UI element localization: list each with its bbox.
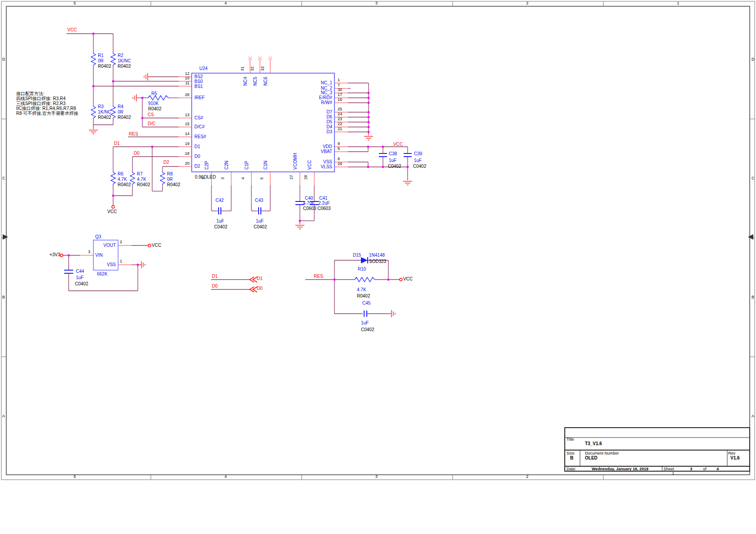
q3-pin-vin: VIN — [95, 253, 103, 258]
row-label: A — [2, 414, 5, 418]
r10-footprint: R0402 — [357, 294, 370, 298]
r6-value: 4.7K — [118, 177, 127, 182]
pin-name: E/RD# — [310, 96, 332, 100]
center-arrow-right — [748, 234, 753, 240]
q3-value: 662K — [97, 272, 107, 276]
titleblock-date: Wednesday, January 16, 2019 — [592, 467, 648, 471]
row-label: A — [752, 414, 754, 418]
titleblock-sheet-label: Sheet — [664, 467, 674, 471]
pin-number: 2 — [201, 177, 206, 179]
q3-pin-vss: VSS — [100, 263, 116, 267]
titleblock-size-label: Size — [567, 451, 575, 455]
titleblock-sheet-total: 4 — [716, 467, 719, 471]
pin-name: NC5 — [253, 77, 258, 86]
r2-value: 1K/NC — [118, 59, 131, 63]
row-label: D — [2, 57, 5, 61]
net-label-res: RES — [129, 132, 138, 136]
pin-number: 22 — [338, 122, 342, 126]
offpage-port-icon[interactable] — [250, 277, 257, 292]
c45-ref: C45 — [362, 301, 370, 306]
c40-footprint: C0603 — [303, 206, 316, 211]
net-label-res: RES — [314, 274, 323, 279]
pin-name: VSS — [310, 160, 332, 164]
net-label-dc: D/C — [148, 122, 155, 126]
pin-number: 8 — [338, 157, 340, 161]
pin-number: 9 — [338, 142, 340, 146]
r6-footprint: R0402 — [118, 183, 131, 187]
pin-name: D6 — [310, 115, 332, 119]
net-label-d0: D0 — [212, 284, 218, 289]
pin-number: 5 — [260, 177, 264, 179]
r1-value: 0R — [98, 59, 104, 63]
pin-number: 1 — [338, 78, 340, 82]
power-label-vcc: VCC — [403, 277, 413, 281]
wires — [63, 34, 408, 314]
pin-number: 21 — [338, 127, 342, 131]
pin-number: 32 — [251, 66, 255, 71]
titleblock-of-label: of — [703, 467, 707, 471]
pin-number: 33 — [261, 66, 265, 71]
drawing-border — [1, 1, 755, 480]
net-label-d1: D1 — [212, 274, 218, 279]
ic-u24-ref: U24 — [199, 66, 207, 71]
note-line: R8 可不焊接,官方手册要求焊接 — [16, 111, 78, 116]
titleblock-doc-label: Document Number — [585, 451, 619, 455]
pin-number: 15 — [182, 122, 189, 126]
net-label-vcc: VCC — [393, 142, 403, 147]
pin-name: VCOMH — [293, 153, 298, 170]
r1-ref: R1 — [98, 53, 104, 58]
c42-value: 1uF — [216, 219, 224, 223]
pin-number: 12 — [182, 72, 189, 76]
d15-footprint: SOD323 — [369, 259, 386, 264]
r8-footprint: R0402 — [167, 183, 180, 187]
q3-ref: Q3 — [95, 235, 101, 239]
capacitor-symbols[interactable] — [64, 153, 412, 317]
pin-name: D7 — [310, 110, 332, 114]
r1-footprint: R0402 — [98, 64, 111, 69]
pin-number: 14 — [182, 132, 189, 136]
pin-name: NC6 — [264, 77, 268, 86]
c43-value: 1uF — [256, 219, 264, 223]
zone-label: 2 — [526, 1, 528, 5]
titleblock-zone: 1 — [672, 472, 674, 476]
zone-label: 5 — [74, 1, 76, 5]
pin-number: 16 — [338, 98, 342, 102]
titleblock-size: B — [570, 456, 573, 460]
pin-number: 23 — [338, 117, 342, 121]
c39-ref: C39 — [414, 152, 422, 156]
zone-label: 3 — [375, 475, 378, 479]
zone-label: 5 — [74, 475, 76, 479]
pin-name: NC_3 — [310, 91, 332, 95]
pin-name: NC_1 — [310, 81, 332, 85]
pin-number: 27 — [290, 175, 294, 179]
pin-name: BS0 — [194, 79, 203, 84]
pin-number: 2 — [120, 240, 122, 244]
c43-ref: C43 — [255, 198, 263, 203]
pin-number: 25 — [338, 107, 342, 111]
power-label-vcc: VCC — [107, 210, 117, 214]
pin-name: RES# — [194, 135, 206, 139]
no-connect-icon — [248, 57, 272, 60]
junction-dots — [68, 33, 409, 281]
pin-number: 17 — [338, 93, 342, 97]
r2-ref: R2 — [118, 53, 123, 58]
r10-value: 4.7K — [357, 288, 366, 292]
pin-number: 31 — [241, 66, 245, 71]
r5-footprint: R0402 — [148, 107, 161, 111]
pin-name: NC4 — [243, 77, 248, 86]
row-label: C — [2, 176, 5, 180]
c41-value: 2.2uF — [318, 201, 330, 206]
c39-value: 1uF — [414, 158, 422, 163]
zone-label: 4 — [224, 475, 227, 479]
row-label: B — [2, 295, 5, 299]
r2-footprint: R0402 — [118, 64, 131, 69]
diode-d15-symbol[interactable] — [361, 257, 368, 263]
port-d0[interactable]: D0 — [257, 286, 263, 291]
schematic-sheet: 5 4 3 2 1 5 4 3 2 D C B A D C B A 接口配置方法… — [0, 0, 756, 534]
pin-name: VDD — [310, 144, 332, 149]
r4-ref: R4 — [118, 105, 123, 109]
resistor-symbols[interactable] — [91, 53, 375, 282]
port-d1[interactable]: D1 — [257, 276, 263, 281]
net-label-vcc: VCC — [67, 28, 77, 32]
row-label: D — [752, 57, 755, 61]
